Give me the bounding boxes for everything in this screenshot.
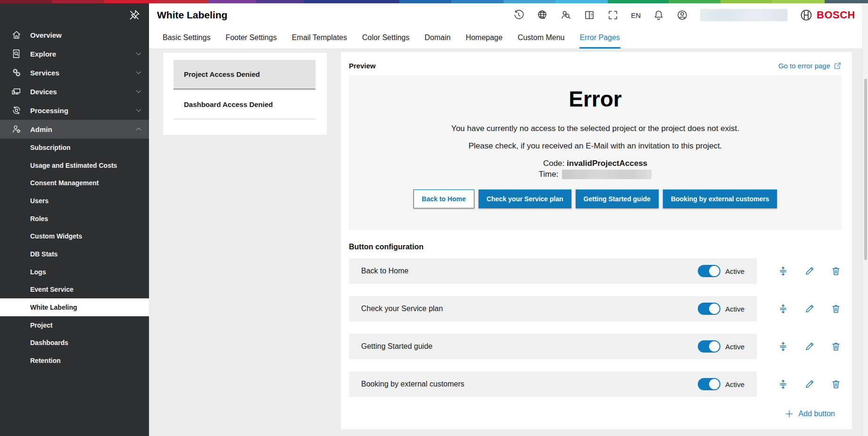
toggle-status-label: Active — [725, 305, 744, 313]
sidebar-item-usage-and-estimated-costs[interactable]: Usage and Estimated Costs — [0, 156, 149, 174]
config-row-back-to-home: Back to Home Active — [349, 258, 757, 284]
row-actions — [777, 341, 842, 352]
sidebar-item-custom-widgets[interactable]: Custom Widgets — [0, 227, 149, 245]
bosch-anchor-icon — [800, 8, 813, 22]
fullscreen-icon[interactable] — [607, 9, 619, 21]
preview-label: Preview — [349, 62, 376, 70]
scrollbar-thumb[interactable] — [864, 79, 867, 260]
delete-icon[interactable] — [830, 341, 842, 352]
edit-icon[interactable] — [804, 341, 815, 352]
sub-item-label: Logs — [30, 268, 46, 276]
app-window: Overview Explore Services — [0, 0, 868, 436]
sidebar-item-users[interactable]: Users — [0, 192, 149, 210]
sidebar-item-subscription[interactable]: Subscription — [0, 139, 149, 156]
button-configuration-rows: Back to Home Active Check your Service p… — [349, 258, 842, 397]
sidebar-item-logs[interactable]: Logs — [0, 263, 149, 281]
list-item-project-access-denied[interactable]: Project Access Denied — [174, 60, 315, 90]
sidebar-item-roles[interactable]: Roles — [0, 210, 149, 228]
chevron-up-icon — [135, 125, 142, 133]
delete-icon[interactable] — [830, 265, 842, 277]
delete-icon[interactable] — [830, 303, 842, 314]
account-icon[interactable] — [677, 9, 688, 21]
sub-item-label: Roles — [30, 215, 48, 222]
list-item-label: Dashboard Access Denied — [184, 100, 273, 108]
help-book-icon[interactable]: ? — [584, 9, 595, 21]
code-label: Code: — [543, 159, 564, 168]
vertical-scrollbar — [862, 3, 868, 436]
account-name-redacted[interactable] — [700, 9, 787, 21]
tab-email-templates[interactable]: Email Templates — [291, 27, 347, 49]
tab-color-settings[interactable]: Color Settings — [362, 27, 410, 49]
move-icon[interactable] — [777, 378, 789, 390]
language-globe-icon[interactable] — [537, 9, 548, 21]
edit-icon[interactable] — [804, 265, 815, 277]
active-toggle[interactable] — [698, 340, 720, 353]
tab-footer-settings[interactable]: Footer Settings — [225, 27, 277, 49]
sidebar-nav: Overview Explore Services — [0, 25, 149, 370]
row-actions — [777, 378, 842, 390]
tab-label: Homepage — [466, 33, 503, 42]
tab-label: Email Templates — [292, 33, 347, 42]
delete-icon[interactable] — [830, 378, 842, 390]
tab-homepage[interactable]: Homepage — [465, 27, 503, 49]
tab-basic-settings[interactable]: Basic Settings — [162, 27, 211, 49]
row-label: Getting Started guide — [361, 342, 698, 351]
error-page-list: Project Access Denied Dashboard Access D… — [163, 53, 327, 135]
list-item-label: Project Access Denied — [184, 70, 260, 78]
tab-custom-menu[interactable]: Custom Menu — [517, 27, 565, 49]
edit-icon[interactable] — [804, 303, 815, 314]
sidebar-item-event-service[interactable]: Event Service — [0, 281, 149, 299]
config-row-booking-external-customers: Booking by external customers Active — [349, 371, 757, 397]
unpin-icon[interactable] — [128, 9, 141, 21]
sub-item-label: White Labeling — [30, 304, 77, 311]
sidebar-item-white-labeling[interactable]: White Labeling — [0, 298, 149, 316]
go-to-error-page-link[interactable]: Go to error page — [778, 62, 842, 70]
sidebar-item-consent-management[interactable]: Consent Management — [0, 174, 149, 192]
add-button[interactable]: Add button — [785, 409, 835, 419]
config-row-check-service-plan: Check your Service plan Active — [349, 296, 757, 321]
sidebar-item-project[interactable]: Project — [0, 316, 149, 334]
history-icon[interactable] — [513, 9, 524, 21]
preview-button-booking-external-customers[interactable]: Booking by external customers — [663, 189, 777, 208]
time-label: Time: — [539, 170, 559, 179]
language-selector[interactable]: EN — [631, 11, 641, 19]
move-icon[interactable] — [777, 303, 789, 314]
sidebar-item-retention[interactable]: Retention — [0, 352, 149, 370]
sidebar: Overview Explore Services — [0, 3, 149, 436]
active-toggle[interactable] — [698, 303, 720, 315]
toggle-status-label: Active — [725, 380, 744, 388]
active-toggle[interactable] — [698, 378, 720, 390]
preview-button-back-to-home[interactable]: Back to Home — [413, 189, 474, 208]
sub-item-label: Project — [30, 321, 52, 329]
edit-icon[interactable] — [804, 378, 815, 390]
preview-button-check-service-plan[interactable]: Check your Service plan — [479, 189, 571, 208]
sidebar-item-devices[interactable]: Devices — [0, 82, 149, 101]
sub-item-label: DB Stats — [30, 250, 58, 258]
row-actions — [777, 265, 842, 277]
notifications-bell-icon[interactable] — [653, 9, 664, 21]
preview-message-line1: You have currently no access to the sele… — [349, 124, 842, 133]
sidebar-item-db-stats[interactable]: DB Stats — [0, 245, 149, 263]
tab-error-pages[interactable]: Error Pages — [579, 27, 620, 49]
preview-button-getting-started-guide[interactable]: Getting Started guide — [576, 189, 659, 208]
sidebar-item-dashboards[interactable]: Dashboards — [0, 334, 149, 352]
preview-error-heading: Error — [349, 85, 842, 113]
button-label: Getting Started guide — [584, 195, 651, 203]
sidebar-item-overview[interactable]: Overview — [0, 25, 149, 44]
processing-icon — [11, 105, 22, 115]
top-bar: White Labeling ? EN — [149, 3, 868, 27]
sidebar-item-services[interactable]: Services — [0, 63, 149, 82]
move-icon[interactable] — [777, 265, 789, 277]
admin-icon — [11, 124, 22, 134]
list-item-dashboard-access-denied[interactable]: Dashboard Access Denied — [174, 90, 315, 119]
tab-domain[interactable]: Domain — [424, 27, 451, 49]
sidebar-item-explore[interactable]: Explore — [0, 44, 149, 63]
chevron-down-icon — [135, 50, 142, 58]
page-title: White Labeling — [157, 9, 227, 21]
user-search-icon[interactable] — [560, 9, 571, 21]
move-icon[interactable] — [777, 341, 789, 352]
sidebar-item-processing[interactable]: Processing — [0, 101, 149, 120]
active-toggle[interactable] — [698, 265, 720, 277]
sidebar-item-admin[interactable]: Admin — [0, 120, 149, 139]
sub-item-label: Users — [30, 197, 49, 205]
